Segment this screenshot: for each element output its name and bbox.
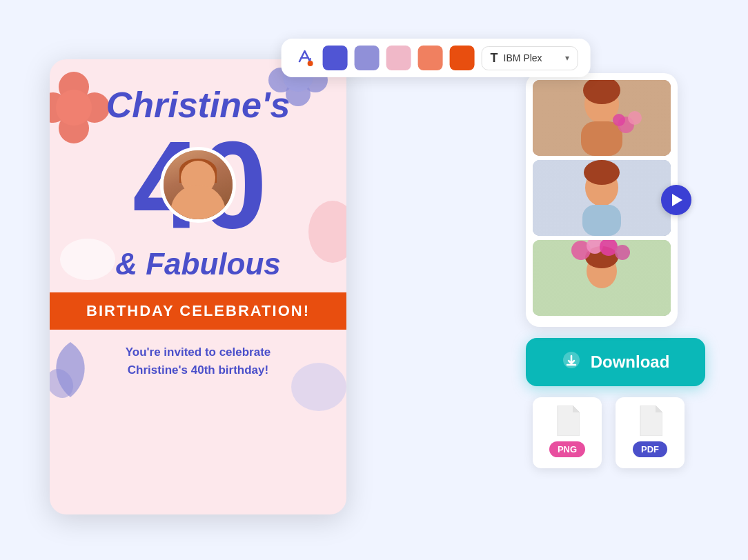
number-row: 40	[50, 123, 346, 247]
font-selector[interactable]: T IBM Plex ▾	[482, 46, 578, 70]
birthday-banner: BIRTHDAY CELEBRATION!	[50, 292, 346, 330]
svg-point-26	[584, 160, 620, 185]
invite-text: You're invited to celebrateChristine's 4…	[50, 330, 346, 392]
scene: T IBM Plex ▾	[29, 18, 719, 542]
font-name-label: IBM Plex	[504, 52, 542, 63]
paint-bucket-icon[interactable]	[294, 47, 316, 69]
photo-1-content	[533, 80, 671, 156]
svg-point-35	[615, 245, 630, 260]
photo-item-2[interactable]	[533, 160, 671, 236]
format-card-pdf[interactable]: PDF	[616, 397, 685, 468]
png-file-icon	[555, 406, 580, 436]
svg-rect-27	[582, 205, 621, 236]
svg-point-0	[308, 61, 313, 66]
photo-3-content	[533, 240, 671, 316]
photo-item-3[interactable]	[533, 240, 671, 316]
color-toolbar: T IBM Plex ▾	[282, 39, 591, 77]
color-swatch-purple[interactable]	[323, 46, 348, 70]
pdf-file-icon	[638, 406, 662, 436]
format-row: PNG PDF	[526, 397, 705, 468]
invitation-card: Christine's 40 & Fabulous BIRTHDAY CELEB…	[50, 59, 346, 514]
photo-item-1[interactable]	[533, 80, 671, 156]
right-panel: Download PNG PD	[526, 73, 705, 468]
play-triangle-icon	[672, 194, 682, 206]
avatar	[160, 147, 236, 223]
play-button[interactable]	[661, 185, 691, 215]
color-swatch-salmon[interactable]	[418, 46, 443, 70]
svg-point-21	[628, 111, 642, 125]
svg-rect-19	[581, 121, 622, 156]
format-card-png[interactable]: PNG	[533, 397, 602, 468]
download-label: Download	[591, 352, 670, 372]
card-content: Christine's 40 & Fabulous BIRTHDAY CELEB…	[50, 59, 346, 392]
svg-point-22	[613, 114, 625, 126]
font-T-icon: T	[491, 51, 498, 66]
photo-strip	[526, 73, 678, 327]
birthday-banner-text: BIRTHDAY CELEBRATION!	[63, 302, 333, 320]
photo-2-content	[533, 160, 671, 236]
chevron-down-icon: ▾	[565, 53, 569, 63]
body-shape	[170, 185, 226, 219]
avatar-image	[164, 150, 233, 219]
download-button[interactable]: Download	[526, 338, 705, 386]
pdf-badge: PDF	[633, 441, 667, 457]
png-badge: PNG	[549, 441, 585, 457]
color-swatch-pink[interactable]	[386, 46, 411, 70]
download-icon	[562, 350, 581, 374]
color-swatch-orange[interactable]	[450, 46, 475, 70]
color-swatch-lavender[interactable]	[355, 46, 380, 70]
